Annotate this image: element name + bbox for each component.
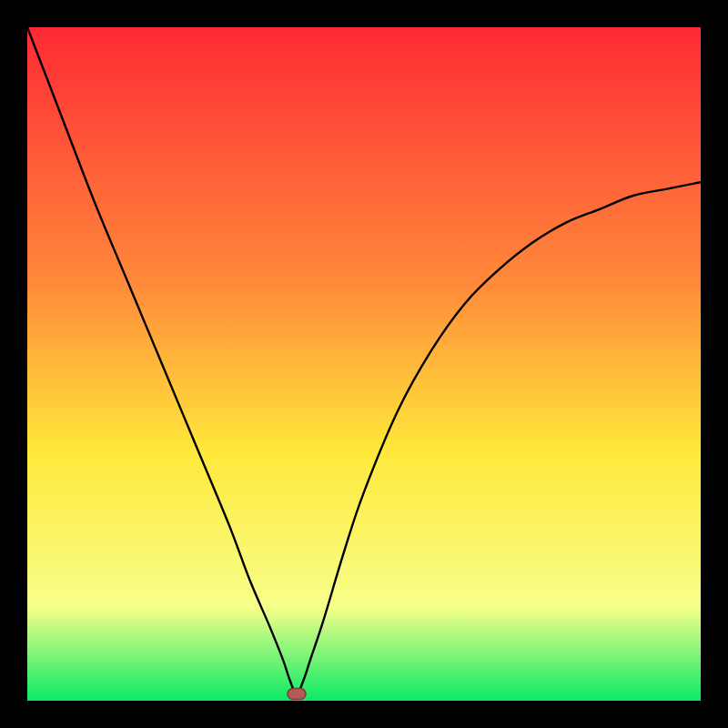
plot-background <box>27 27 701 701</box>
bottleneck-chart <box>0 0 728 728</box>
chart-container: TheBottleneck.com <box>0 0 728 728</box>
dip-marker <box>288 689 306 700</box>
